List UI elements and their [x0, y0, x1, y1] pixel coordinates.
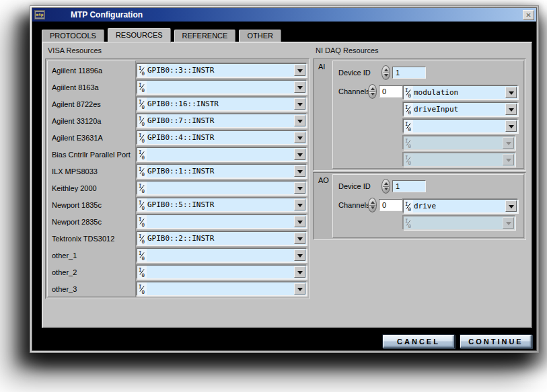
numeric-spinner[interactable] [381, 179, 390, 194]
visa-row: Agilent 33120a I0 GPIB0::7::INSTR [47, 112, 307, 129]
visa-instrument-label: Agilent E3631A [47, 134, 137, 142]
visa-instrument-label: ILX MPS8033 [47, 167, 137, 175]
io-resource-dropdown[interactable]: I0 [137, 181, 307, 195]
visa-row: other_1 I0 [47, 247, 307, 264]
dropdown-arrow-button[interactable] [294, 165, 305, 177]
channels-field[interactable]: 0 [379, 85, 403, 97]
io-resource-dropdown[interactable]: I0 [137, 80, 307, 94]
dropdown-arrow-button[interactable] [294, 216, 305, 227]
device-id-field[interactable]: 1 [392, 67, 426, 79]
io-resource-dropdown[interactable]: I0 [403, 136, 515, 150]
dropdown-arrow-button[interactable] [294, 249, 305, 261]
dropdown-arrow-button[interactable] [294, 283, 305, 295]
dropdown-value [413, 217, 502, 229]
tab-reference[interactable]: REFERENCE [174, 30, 236, 42]
decrement-icon [384, 74, 388, 77]
dropdown-arrow-button[interactable] [294, 233, 305, 244]
dropdown-arrow-button[interactable] [505, 120, 517, 132]
io-resource-dropdown[interactable]: I0 GPIB0::4::INSTR [137, 130, 307, 145]
io-resource-dropdown[interactable]: I0 [403, 119, 518, 133]
tab-strip: PROTOCOLSRESOURCESREFERENCEOTHER [42, 28, 534, 42]
channels-field[interactable]: 0 [379, 199, 403, 211]
channels-row: Channels 0 [338, 198, 403, 212]
visa-row: Newport 2835c I0 [47, 213, 307, 230]
dropdown-arrow-button[interactable] [294, 98, 305, 110]
io-resource-dropdown[interactable]: I0 [403, 153, 515, 167]
chevron-down-icon [297, 187, 303, 190]
dropdown-arrow-button[interactable] [294, 132, 305, 143]
dropdown-arrow-button[interactable] [503, 154, 514, 165]
io-resource-dropdown[interactable]: I0 [137, 248, 307, 262]
visa-instrument-label: Agilent 33120a [47, 117, 137, 125]
dropdown-arrow-button[interactable] [294, 266, 305, 278]
dialog-client-area: PROTOCOLSRESOURCESREFERENCEOTHER VISA Re… [32, 22, 536, 350]
dropdown-arrow-button[interactable] [503, 137, 514, 149]
io-resource-dropdown[interactable]: I0 GPIB0::1::INSTR [137, 164, 307, 178]
decrement-icon [371, 93, 375, 95]
numeric-spinner[interactable] [368, 198, 377, 212]
chevron-down-icon [297, 170, 303, 173]
dropdown-arrow-button[interactable] [294, 149, 305, 160]
io-resource-dropdown[interactable]: I0 [137, 265, 307, 279]
dropdown-value: GPIB0::16::INSTR [147, 97, 293, 110]
visa-io-icon: I0 [137, 131, 147, 144]
resources-tab-page: VISA Resources NI DAQ Resources Agiilent… [42, 42, 532, 328]
increment-icon [371, 201, 375, 204]
dropdown-arrow-button[interactable] [505, 104, 517, 115]
chevron-down-icon [297, 69, 303, 73]
chevron-down-icon [297, 153, 303, 157]
cancel-button[interactable]: CANCEL [382, 334, 455, 348]
dropdown-value: GPIB0::2::INSTR [147, 232, 293, 245]
visa-resources-group: Agiilent 11896a I0 GPIB0::3::INSTR Agiil… [45, 58, 309, 299]
visa-instrument-label: Agiilent 8163a [47, 83, 137, 91]
io-resource-dropdown[interactable]: I0 GPIB0::7::INSTR [137, 114, 307, 128]
io-resource-dropdown[interactable]: I0 GPIB0::16::INSTR [137, 97, 307, 111]
title-bar[interactable]: mtp MTP Configuration ✕ [32, 8, 536, 22]
continue-button[interactable]: CONTINUE [460, 334, 532, 348]
io-resource-dropdown[interactable]: I0 modulation [403, 85, 518, 100]
svg-text:0: 0 [408, 93, 412, 98]
dropdown-arrow-button[interactable] [294, 182, 305, 194]
chevron-down-icon [297, 103, 303, 106]
chevron-down-icon [506, 159, 511, 162]
numeric-spinner[interactable] [381, 65, 390, 80]
close-button[interactable]: ✕ [523, 10, 534, 20]
numeric-spinner[interactable] [368, 84, 377, 99]
io-resource-dropdown[interactable]: I0 drive [403, 199, 518, 213]
dropdown-value: GPIB0::3::INSTR [147, 64, 293, 77]
visa-instrument-label: Bias Cntrllr Parallel Port [47, 151, 137, 159]
visa-instrument-label: other_2 [47, 268, 137, 276]
io-resource-dropdown[interactable]: I0 [137, 214, 307, 229]
dropdown-arrow-button[interactable] [294, 199, 305, 210]
dropdown-arrow-button[interactable] [505, 87, 517, 98]
io-resource-dropdown[interactable]: I0 GPIB0::2::INSTR [137, 231, 307, 245]
visa-io-icon: I0 [404, 200, 413, 212]
visa-row: Agiilent 8163a I0 [47, 79, 307, 95]
visa-io-icon: I0 [137, 215, 147, 228]
io-resource-dropdown[interactable]: I0 GPIB0::3::INSTR [137, 63, 307, 77]
tab-protocols[interactable]: PROTOCOLS [42, 30, 104, 42]
visa-io-icon: I0 [137, 81, 147, 93]
tab-other[interactable]: OTHER [239, 30, 281, 42]
dropdown-value [147, 215, 293, 228]
svg-text:0: 0 [142, 104, 145, 110]
app-icon: mtp [34, 10, 45, 19]
svg-text:0: 0 [142, 289, 145, 295]
device-id-field[interactable]: 1 [392, 180, 426, 192]
visa-io-icon: I0 [137, 266, 147, 278]
svg-text:0: 0 [408, 143, 412, 149]
io-resource-dropdown[interactable]: I0 GPIB0::5::INSTR [137, 198, 307, 212]
dropdown-arrow-button[interactable] [505, 200, 517, 212]
visa-io-icon: I0 [137, 249, 147, 262]
dropdown-arrow-button[interactable] [294, 65, 305, 76]
io-resource-dropdown[interactable]: I0 [137, 147, 307, 161]
io-resource-dropdown[interactable]: I0 [403, 216, 515, 230]
dropdown-arrow-button[interactable] [294, 115, 305, 126]
io-resource-dropdown[interactable]: I0 driveInput [403, 102, 518, 116]
svg-text:0: 0 [408, 206, 412, 212]
dropdown-arrow-button[interactable] [503, 217, 514, 229]
io-resource-dropdown[interactable]: I0 [137, 282, 307, 296]
tab-resources[interactable]: RESOURCES [108, 28, 171, 42]
dropdown-arrow-button[interactable] [294, 81, 305, 93]
svg-text:0: 0 [142, 87, 145, 93]
